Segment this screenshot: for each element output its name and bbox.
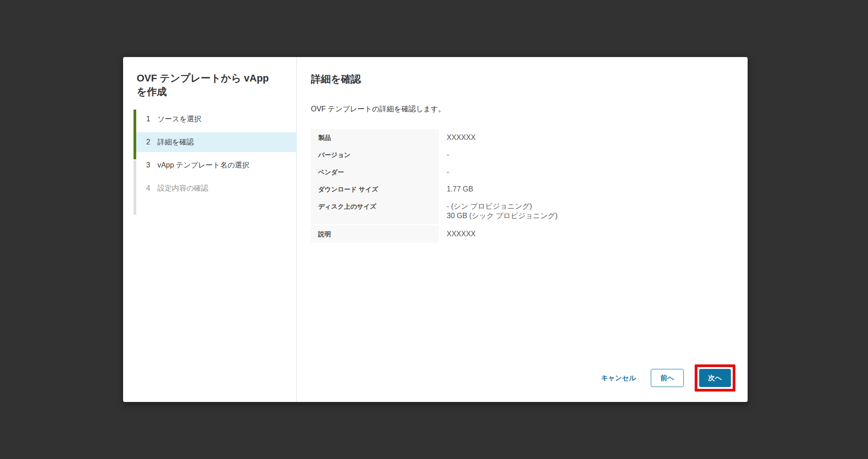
step-item-ready-to-complete: 4 設定内容の確認 [136,178,297,198]
cancel-button[interactable]: キャンセル [601,374,636,382]
row-value: 1.77 GB [439,181,655,198]
wizard-title: OVF テンプレートから vApp を作成 [137,72,278,99]
step-number: 4 [146,184,150,192]
table-row-size-on-disk: ディスク上のサイズ - (シン プロビジョニング) 30 GB (シック プロビ… [311,198,655,224]
wizard-step-list: 1 ソースを選択 2 詳細を確認 3 vApp テンプレート名の選択 4 設定内… [134,109,296,198]
table-row-description: 説明 XXXXXX [311,225,655,243]
table-row-version: バージョン - [311,146,655,163]
step-label: 詳細を確認 [157,138,194,147]
wizard-sidebar: OVF テンプレートから vApp を作成 1 ソースを選択 2 詳細を確認 3… [123,57,297,402]
row-label: ベンダー [311,163,439,181]
row-label: バージョン [311,146,439,163]
row-value: - [439,163,655,181]
page-description: OVF テンプレートの詳細を確認します。 [311,105,748,114]
wizard-content-panel: 詳細を確認 OVF テンプレートの詳細を確認します。 製品 XXXXXX バージ… [297,57,748,402]
row-label: 説明 [311,225,439,243]
wizard-dialog: OVF テンプレートから vApp を作成 1 ソースを選択 2 詳細を確認 3… [123,57,748,402]
page-title: 詳細を確認 [311,72,748,86]
step-item-select-template-name[interactable]: 3 vApp テンプレート名の選択 [136,155,297,175]
step-number: 3 [146,161,150,169]
back-button[interactable]: 前へ [651,369,684,387]
table-row-download-size: ダウンロード サイズ 1.77 GB [311,181,655,198]
row-label: ダウンロード サイズ [311,181,439,198]
table-row-vendor: ベンダー - [311,163,655,181]
step-item-select-source[interactable]: 1 ソースを選択 [136,109,297,129]
row-value: - [439,146,655,163]
step-progress-bar-completed [134,110,136,159]
step-number: 1 [146,115,150,123]
wizard-footer: キャンセル 前へ 次へ [601,364,735,392]
annotation-highlight-box: 次へ [695,364,735,392]
row-label: ディスク上のサイズ [311,198,439,224]
row-value: XXXXXX [439,129,655,146]
step-item-review-details[interactable]: 2 詳細を確認 [136,132,297,152]
step-label: vApp テンプレート名の選択 [157,161,249,170]
step-label: 設定内容の確認 [157,184,208,193]
row-value: - (シン プロビジョニング) 30 GB (シック プロビジョニング) [439,198,655,224]
table-row-product: 製品 XXXXXX [311,129,655,146]
details-table: 製品 XXXXXX バージョン - ベンダー - ダウンロード サイズ 1.77… [311,129,655,243]
step-progress-bar-upcoming [134,160,136,215]
row-value: XXXXXX [439,225,655,243]
row-label: 製品 [311,129,439,146]
step-label: ソースを選択 [157,115,201,124]
next-button[interactable]: 次へ [699,369,731,387]
step-number: 2 [146,138,150,146]
